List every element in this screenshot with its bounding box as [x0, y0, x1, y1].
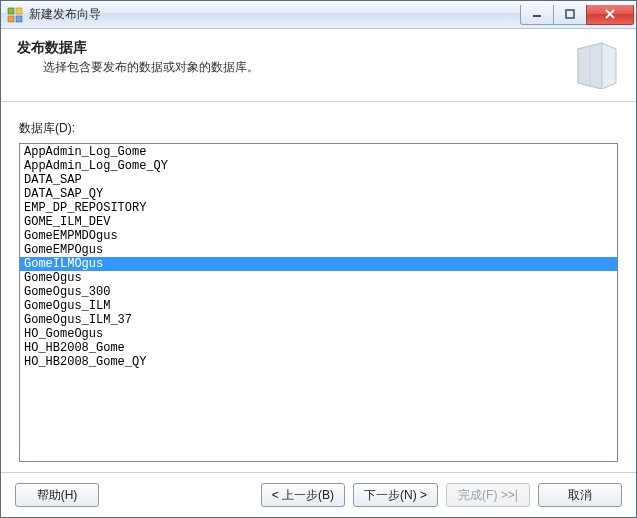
wizard-header: 发布数据库 选择包含要发布的数据或对象的数据库。: [1, 29, 636, 102]
next-button[interactable]: 下一步(N) >: [353, 483, 438, 507]
svg-rect-1: [16, 8, 22, 14]
cancel-button[interactable]: 取消: [538, 483, 622, 507]
list-item[interactable]: AppAdmin_Log_Gome_QY: [20, 159, 617, 173]
list-item[interactable]: HO_HB2008_Gome_QY: [20, 355, 617, 369]
list-item[interactable]: GomeILMOgus: [20, 257, 617, 271]
svg-rect-4: [533, 15, 541, 17]
minimize-button[interactable]: [520, 5, 554, 25]
list-item[interactable]: GomeOgus_300: [20, 285, 617, 299]
list-item[interactable]: GomeOgus_ILM_37: [20, 313, 617, 327]
list-item[interactable]: EMP_DP_REPOSITORY: [20, 201, 617, 215]
page-title: 发布数据库: [17, 39, 574, 57]
list-item[interactable]: GomeOgus: [20, 271, 617, 285]
list-item[interactable]: GomeOgus_ILM: [20, 299, 617, 313]
list-item[interactable]: HO_GomeOgus: [20, 327, 617, 341]
wizard-footer: 帮助(H) < 上一步(B) 下一步(N) > 完成(F) >>| 取消: [1, 472, 636, 517]
window-controls: [521, 5, 634, 25]
svg-rect-0: [8, 8, 14, 14]
list-item[interactable]: HO_HB2008_Gome: [20, 341, 617, 355]
list-item[interactable]: GomeEMPMDOgus: [20, 229, 617, 243]
window-title: 新建发布向导: [29, 6, 521, 23]
svg-rect-2: [8, 16, 14, 22]
page-subtitle: 选择包含要发布的数据或对象的数据库。: [43, 59, 574, 76]
close-button[interactable]: [586, 5, 634, 25]
wizard-window: 新建发布向导 发布数据库 选择包含要发布的数据或对象的数据库。: [0, 0, 637, 518]
svg-rect-3: [16, 16, 22, 22]
titlebar: 新建发布向导: [1, 1, 636, 29]
list-item[interactable]: GOME_ILM_DEV: [20, 215, 617, 229]
back-button[interactable]: < 上一步(B): [261, 483, 345, 507]
finish-button[interactable]: 完成(F) >>|: [446, 483, 530, 507]
list-item[interactable]: DATA_SAP: [20, 173, 617, 187]
maximize-button[interactable]: [553, 5, 587, 25]
list-item[interactable]: AppAdmin_Log_Gome: [20, 145, 617, 159]
list-item[interactable]: GomeEMPOgus: [20, 243, 617, 257]
database-listbox[interactable]: AppAdmin_Log_GomeAppAdmin_Log_Gome_QYDAT…: [19, 143, 618, 462]
wizard-body: 数据库(D): AppAdmin_Log_GomeAppAdmin_Log_Go…: [1, 102, 636, 472]
help-button[interactable]: 帮助(H): [15, 483, 99, 507]
header-graphic-icon: [574, 41, 620, 89]
app-icon: [7, 7, 23, 23]
svg-rect-5: [566, 10, 574, 18]
database-list-label: 数据库(D):: [19, 120, 618, 137]
list-item[interactable]: DATA_SAP_QY: [20, 187, 617, 201]
